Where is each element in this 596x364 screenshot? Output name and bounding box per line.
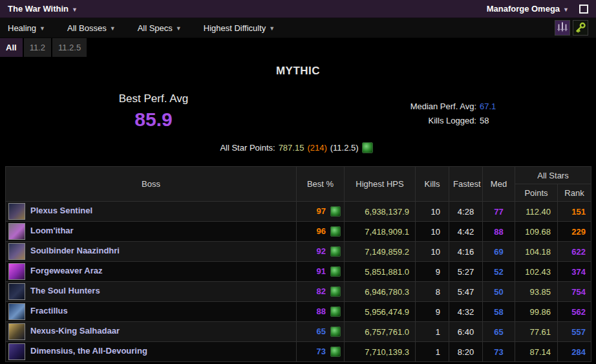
boss-portrait-icon: [8, 323, 25, 340]
median-percent-cell: 73: [483, 342, 515, 362]
allstar-rank-cell[interactable]: 284: [558, 342, 591, 362]
allstar-rank-cell[interactable]: 229: [558, 222, 591, 242]
median-percent-cell: 88: [483, 222, 515, 242]
boss-link[interactable]: Plexus Sentinel: [30, 206, 92, 215]
best-percent-value[interactable]: 97: [317, 206, 326, 216]
table-row: Dimensius, the All-Devouring737,710,139.…: [6, 342, 591, 362]
spec-icon: [330, 266, 341, 277]
table-row: The Soul Hunters826,946,780.385:475093.8…: [6, 282, 591, 302]
boss-cell: Forgeweaver Araz: [6, 262, 297, 282]
filter-specs-label: All Specs: [138, 23, 173, 33]
fastest-cell: 8:20: [449, 342, 483, 362]
kills-logged-label: Kills Logged:: [362, 116, 476, 125]
boss-cell: Loom'ithar: [6, 222, 297, 242]
table-row: Forgeweaver Araz915,851,881.095:2752102.…: [6, 262, 591, 282]
key-icon[interactable]: [573, 20, 588, 36]
best-percent-value[interactable]: 82: [317, 286, 326, 296]
tab-11-2-5[interactable]: 11.2.5: [52, 38, 87, 57]
boss-link[interactable]: Forgeweaver Araz: [30, 266, 103, 275]
expansion-dropdown[interactable]: The War Within: [8, 4, 78, 14]
chevron-down-icon: [110, 25, 116, 32]
boss-link[interactable]: Loom'ithar: [30, 226, 74, 235]
allstar-points-line: All Star Points: 787.15 (214) (11.2.5): [0, 142, 596, 153]
median-percent-cell: 77: [483, 202, 515, 222]
spec-icon: [330, 347, 341, 357]
boss-cell: Nexus-King Salhadaar: [6, 322, 297, 342]
best-percent-cell: 65: [297, 322, 345, 342]
boss-portrait-icon: [8, 283, 25, 300]
allstar-rank-cell[interactable]: 151: [558, 202, 591, 222]
best-percent-cell: 92: [297, 242, 345, 262]
tab-11-2[interactable]: 11.2: [24, 38, 51, 57]
window-icon[interactable]: [579, 5, 588, 14]
column-header-points[interactable]: Points: [515, 184, 558, 202]
boss-cell: Dimensius, the All-Devouring: [6, 342, 297, 362]
tab-all-label: All: [6, 43, 17, 52]
table-row: Loom'ithar967,418,909.1104:4288109.68229: [6, 222, 591, 242]
boss-link[interactable]: Fractillus: [30, 306, 68, 316]
best-percent-value[interactable]: 96: [317, 226, 326, 236]
boss-cell: The Soul Hunters: [6, 282, 297, 302]
fastest-cell: 4:32: [449, 302, 483, 322]
column-header-highest-hps[interactable]: Highest HPS: [345, 167, 416, 202]
boss-portrait-icon: [8, 223, 25, 240]
tab-all[interactable]: All: [0, 38, 23, 57]
kills-logged-value: 58: [480, 116, 511, 125]
boss-portrait-icon: [8, 203, 25, 220]
best-percent-value[interactable]: 88: [317, 306, 326, 316]
fastest-cell: 5:47: [449, 282, 483, 302]
filter-specs[interactable]: All Specs: [138, 23, 182, 33]
raid-swords-icon[interactable]: [555, 20, 570, 36]
allstar-points-cell: 99.86: [515, 302, 558, 322]
best-percent-value[interactable]: 73: [317, 347, 326, 356]
allstar-rank-cell[interactable]: 374: [558, 262, 591, 282]
boss-cell: Fractillus: [6, 302, 297, 322]
allstar-rank-cell[interactable]: 557: [558, 322, 591, 342]
table-row: Soulbinder Naazindhri927,149,859.2104:16…: [6, 242, 591, 262]
allstar-points-value: 787.15: [279, 143, 304, 153]
chevron-down-icon: [269, 25, 275, 32]
best-percent-value[interactable]: 91: [317, 266, 326, 276]
spec-icon: [362, 142, 373, 153]
best-percent-cell: 73: [297, 342, 345, 362]
allstar-rank-cell[interactable]: 562: [558, 302, 591, 322]
boss-link[interactable]: Soulbinder Naazindhri: [30, 246, 120, 255]
highest-hps-cell: 6,757,761.0: [345, 322, 416, 342]
allstar-points-cell: 77.61: [515, 322, 558, 342]
column-header-rank[interactable]: Rank: [558, 184, 591, 202]
fastest-cell: 5:27: [449, 262, 483, 282]
best-percent-value[interactable]: 92: [317, 246, 326, 256]
column-header-med[interactable]: Med: [483, 167, 515, 202]
allstar-points-cell: 109.68: [515, 222, 558, 242]
allstar-rank-value[interactable]: (214): [307, 143, 326, 153]
allstar-rank-cell[interactable]: 622: [558, 242, 591, 262]
chevron-down-icon: [176, 25, 182, 32]
zone-dropdown[interactable]: Manaforge Omega: [487, 4, 569, 14]
filter-difficulty[interactable]: Highest Difficulty: [204, 23, 275, 33]
filter-bosses-label: All Bosses: [67, 23, 107, 33]
column-header-kills[interactable]: Kills: [416, 167, 449, 202]
kills-cell: 1: [416, 322, 449, 342]
table-row: Fractillus885,956,474.994:325899.86562: [6, 302, 591, 322]
spec-icon: [330, 286, 341, 297]
spec-icon: [330, 327, 341, 337]
boss-portrait-icon: [8, 263, 25, 280]
chevron-down-icon: [72, 6, 78, 13]
chevron-down-icon: [563, 6, 569, 13]
best-percent-value[interactable]: 65: [317, 327, 326, 336]
boss-link[interactable]: Dimensius, the All-Devouring: [30, 346, 147, 356]
column-header-boss[interactable]: Boss: [6, 167, 297, 202]
boss-link[interactable]: The Soul Hunters: [30, 286, 100, 295]
highest-hps-cell: 6,938,137.9: [345, 202, 416, 222]
zone-label: Manaforge Omega: [487, 4, 560, 14]
best-perf-block: Best Perf. Avg 85.9: [78, 92, 229, 131]
boss-link[interactable]: Nexus-King Salhadaar: [30, 326, 120, 336]
filter-metric[interactable]: Healing: [8, 23, 45, 33]
column-header-fastest[interactable]: Fastest: [449, 167, 483, 202]
filter-bosses[interactable]: All Bosses: [67, 23, 116, 33]
allstar-points-cell: 102.43: [515, 262, 558, 282]
kills-cell: 9: [416, 262, 449, 282]
allstar-rank-cell[interactable]: 754: [558, 282, 591, 302]
kills-cell: 10: [416, 202, 449, 222]
column-header-best-percent[interactable]: Best %: [297, 167, 345, 202]
